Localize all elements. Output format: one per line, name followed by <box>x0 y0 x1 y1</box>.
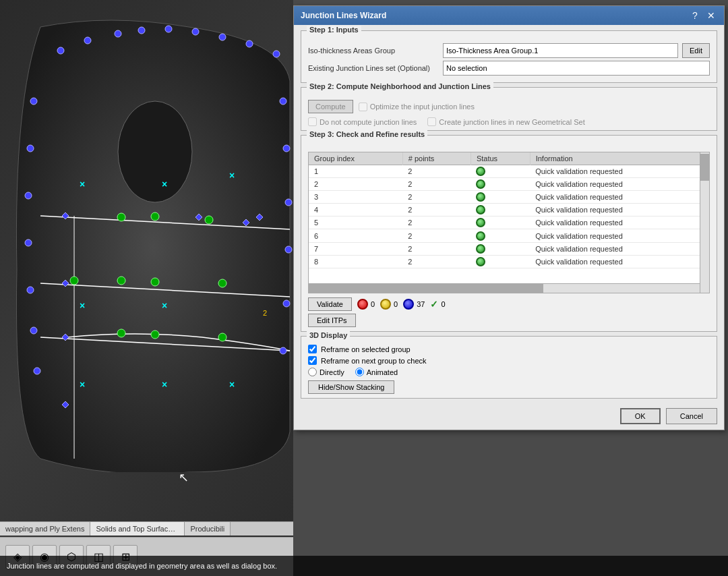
results-table: Group index # points Status Information … <box>309 152 709 268</box>
cell-points: 2 <box>402 165 471 178</box>
col-status: Status <box>471 152 530 165</box>
svg-text:×: × <box>80 300 85 311</box>
col-group-index: Group index <box>309 152 402 165</box>
table-row[interactable]: 4 2 Quick validation requested <box>309 204 709 217</box>
red-counter-group: 0 <box>357 299 375 310</box>
cell-info: Quick validation requested <box>530 165 708 178</box>
compute-btn[interactable]: Compute <box>308 100 353 113</box>
validate-btn[interactable]: Validate <box>308 297 352 311</box>
table-row[interactable]: 2 2 Quick validation requested <box>309 178 709 191</box>
iso-row: Iso-thickness Areas Group Edit <box>308 43 710 58</box>
svg-point-12 <box>219 34 226 40</box>
svg-text:2: 2 <box>263 309 267 317</box>
tab-solids[interactable]: Solids and Top Surfaces from <box>90 522 185 536</box>
status-message: Junction lines are computed and displaye… <box>7 562 277 570</box>
reframe-selected-checkbox[interactable] <box>308 345 317 353</box>
cell-info: Quick validation requested <box>530 191 708 204</box>
directly-option[interactable]: Directly <box>308 368 344 376</box>
yellow-count: 0 <box>394 300 398 308</box>
yellow-counter-group: 0 <box>380 299 398 310</box>
cell-points: 2 <box>402 178 471 191</box>
edit-iso-btn[interactable]: Edit <box>682 43 710 58</box>
svg-point-34 <box>70 277 78 285</box>
dialog-help-btn[interactable]: ? <box>689 9 701 22</box>
cell-index: 5 <box>309 217 402 229</box>
iso-label: Iso-thickness Areas Group <box>308 47 443 55</box>
viewport-3d: × × × × × × × × 2 wapping and Ply Extens… <box>0 0 293 576</box>
svg-point-8 <box>115 30 121 37</box>
svg-point-27 <box>280 347 286 354</box>
step1-section: Step 1: Inputs Iso-thickness Areas Group… <box>301 30 717 83</box>
svg-point-15 <box>30 98 37 105</box>
viewport-tabs[interactable]: wapping and Ply Extens Solids and Top Su… <box>0 521 293 536</box>
red-count: 0 <box>371 300 375 308</box>
cell-points: 2 <box>402 217 471 229</box>
results-table-container[interactable]: Group index # points Status Information … <box>308 152 710 293</box>
cell-status <box>471 204 530 217</box>
table-row[interactable]: 7 2 Quick validation requested <box>309 242 709 255</box>
cell-points: 2 <box>402 229 471 242</box>
svg-text:×: × <box>162 300 167 311</box>
vertical-scrollbar[interactable] <box>700 152 709 293</box>
reframe-next-checkbox[interactable] <box>308 356 317 365</box>
table-row[interactable]: 8 2 Quick validation requested <box>309 255 709 268</box>
cell-info: Quick validation requested <box>530 255 708 268</box>
table-row[interactable]: 6 2 Quick validation requested <box>309 229 709 242</box>
create-geometrical-label[interactable]: Create junction lines in new Geometrical… <box>427 117 584 126</box>
reframe-next-row: Reframe on next group to check <box>308 356 710 365</box>
tab-wrapping[interactable]: wapping and Ply Extens <box>0 522 90 536</box>
check-count: 0 <box>441 300 445 308</box>
svg-point-22 <box>280 98 286 105</box>
cell-index: 4 <box>309 204 402 217</box>
ok-btn[interactable]: OK <box>620 408 661 424</box>
cancel-btn[interactable]: Cancel <box>666 408 717 424</box>
reframe-next-label: Reframe on next group to check <box>321 357 427 365</box>
directly-label: Directly <box>320 368 344 376</box>
display-3d-section: 3D Display Reframe on selected group Ref… <box>301 336 717 399</box>
step3-section: Step 3: Check and Refine results Group i… <box>301 135 717 332</box>
no-compute-label[interactable]: Do not compute junction lines <box>308 117 417 126</box>
table-row[interactable]: 1 2 Quick validation requested <box>309 165 709 178</box>
existing-input[interactable] <box>443 61 710 76</box>
cell-info: Quick validation requested <box>530 204 708 217</box>
scrollbar-thumb[interactable] <box>700 154 710 181</box>
junction-lines-dialog: Junction Lines Wizard ? ✕ Step 1: Inputs… <box>293 5 725 430</box>
svg-point-21 <box>34 368 40 374</box>
scrollbar-h-thumb[interactable] <box>309 284 543 293</box>
hide-show-btn[interactable]: Hide/Show Stacking <box>308 380 394 394</box>
svg-point-11 <box>192 28 199 35</box>
horizontal-scrollbar[interactable] <box>309 283 700 293</box>
animated-radio[interactable] <box>355 368 364 376</box>
cursor-indicator: ↖ <box>179 470 189 485</box>
cell-status <box>471 191 530 204</box>
svg-point-35 <box>218 333 226 341</box>
edit-itps-btn[interactable]: Edit ITPs <box>308 314 356 327</box>
svg-point-28 <box>151 212 159 221</box>
svg-text:×: × <box>80 379 85 390</box>
display-3d-title: 3D Display <box>307 331 350 339</box>
create-geometrical-checkbox[interactable] <box>427 117 436 126</box>
optimize-label[interactable]: Optimize the input junction lines <box>359 103 475 111</box>
svg-point-37 <box>117 329 125 337</box>
tab-producibility[interactable]: Producibili <box>185 522 231 536</box>
table-row[interactable]: 5 2 Quick validation requested <box>309 217 709 229</box>
cell-index: 7 <box>309 242 402 255</box>
statusbar: Junction lines are computed and displaye… <box>0 556 728 576</box>
svg-point-32 <box>151 278 159 286</box>
svg-point-9 <box>138 27 145 34</box>
dialog-close-btn[interactable]: ✕ <box>705 9 717 22</box>
cell-index: 3 <box>309 191 402 204</box>
dialog-titlebar: Junction Lines Wizard ? ✕ <box>294 6 724 25</box>
animated-option[interactable]: Animated <box>355 368 398 376</box>
directly-radio[interactable] <box>308 368 317 376</box>
optimize-checkbox[interactable] <box>359 103 367 111</box>
existing-row: Existing Junction Lines set (Optional) <box>308 61 710 76</box>
table-row[interactable]: 3 2 Quick validation requested <box>309 191 709 204</box>
svg-point-24 <box>285 199 292 206</box>
blue-count: 37 <box>417 300 425 308</box>
blue-icon <box>403 299 414 310</box>
no-compute-checkbox[interactable] <box>308 117 317 126</box>
cell-status <box>471 229 530 242</box>
iso-input[interactable] <box>443 43 678 58</box>
svg-text:×: × <box>229 379 235 390</box>
